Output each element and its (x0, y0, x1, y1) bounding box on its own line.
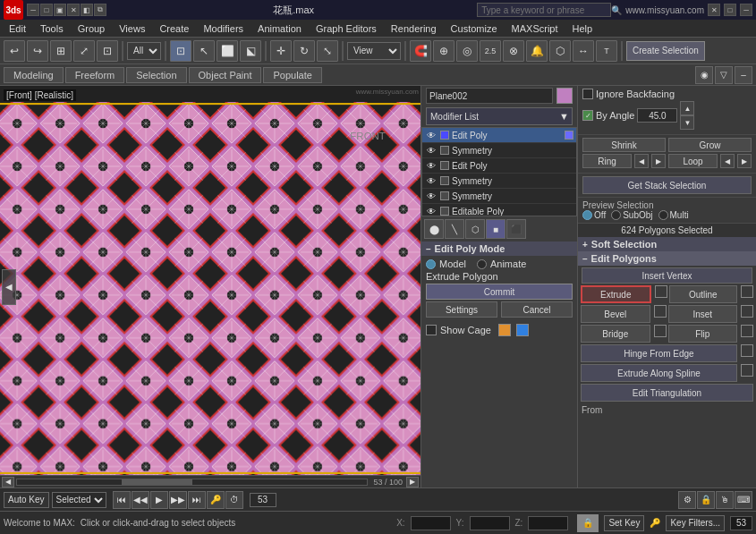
by-angle-input[interactable] (637, 108, 677, 123)
cancel-button[interactable]: Cancel (501, 301, 573, 318)
toolbar-undo[interactable]: ↩ (4, 40, 25, 62)
toolbar-move[interactable]: ✛ (270, 40, 292, 62)
toolbar2-icon1[interactable]: ◉ (695, 66, 713, 84)
search-icon[interactable]: 🔍 (611, 5, 622, 15)
win-maximize[interactable]: ▣ (54, 4, 66, 16)
inset-button[interactable]: Inset (668, 305, 738, 323)
bevel-button[interactable]: Bevel (581, 305, 650, 323)
go-end-btn[interactable]: ⏭ (188, 491, 206, 509)
tab-populate[interactable]: Populate (263, 67, 321, 83)
tab-object-paint[interactable]: Object Paint (189, 67, 262, 83)
edit-polygons-header[interactable]: – Edit Polygons (578, 251, 756, 266)
title-close[interactable]: ✕ (708, 4, 720, 16)
menu-animation[interactable]: Animation (251, 21, 309, 36)
extra-btn2[interactable]: 🔒 (697, 491, 715, 509)
toolbar-select-all[interactable]: ⊞ (50, 40, 72, 62)
viewport[interactable]: [Front] [Realistic] www.missyuan.com (0, 86, 420, 487)
win-close[interactable]: ✕ (67, 4, 80, 16)
menu-edit[interactable]: Edit (2, 21, 33, 36)
toolbar-redo[interactable]: ↪ (27, 40, 48, 62)
extrude-along-spline-button[interactable]: Extrude Along Spline (581, 364, 737, 382)
search-input[interactable] (477, 3, 611, 17)
soft-selection-header[interactable]: + Soft Selection (578, 237, 756, 251)
toolbar-array[interactable]: ⊡ (97, 40, 118, 62)
toolbar-mirror[interactable]: ⤢ (73, 40, 95, 62)
inset-settings-btn[interactable] (741, 305, 753, 318)
extrude-spline-settings-btn[interactable] (741, 364, 753, 377)
title-minimize[interactable]: ─ (740, 4, 752, 16)
toolbar-rect-select[interactable]: ⬜ (217, 40, 238, 62)
toolbar-sound[interactable]: 🔔 (526, 40, 548, 62)
cage-color1[interactable] (498, 324, 511, 336)
title-restore[interactable]: □ (724, 4, 736, 16)
toolbar-zoom-ext[interactable]: ↔ (573, 40, 594, 62)
toolbar-snap-cycle[interactable]: ⊕ (433, 40, 454, 62)
go-start-btn[interactable]: ⏮ (113, 491, 131, 509)
ring-next[interactable]: ▶ (651, 154, 666, 168)
selection-filter-select[interactable]: Selected (52, 492, 106, 508)
hinge-settings-btn[interactable] (741, 344, 753, 357)
set-key-button[interactable]: Set Key (604, 515, 644, 531)
toolbar-lasso[interactable]: ⬕ (240, 40, 261, 62)
y-input[interactable] (470, 516, 510, 530)
ignore-backfacing-cb[interactable] (582, 89, 593, 99)
menu-views[interactable]: Views (112, 21, 152, 36)
subobj-element[interactable]: ⬛ (506, 219, 526, 239)
scroll-left[interactable]: ◀ (2, 477, 14, 487)
extra-btn4[interactable]: ⌨ (735, 491, 752, 509)
viewport-nav-left[interactable]: ◀ (2, 269, 16, 305)
get-stack-selection-button[interactable]: Get Stack Selection (582, 176, 752, 194)
scroll-right[interactable]: ▶ (406, 477, 419, 487)
flip-settings-btn[interactable] (741, 325, 753, 337)
tab-modeling[interactable]: Modeling (4, 67, 64, 83)
key-filters-button[interactable]: Key Filters... (666, 515, 725, 531)
outline-button[interactable]: Outline (669, 285, 738, 303)
scroll-track[interactable] (16, 479, 368, 486)
tab-freeform[interactable]: Freeform (65, 67, 125, 83)
menu-modifiers[interactable]: Modifiers (196, 21, 251, 36)
toolbar-snap3d[interactable]: ◎ (456, 40, 478, 62)
menu-graph-editors[interactable]: Graph Editors (309, 21, 384, 36)
by-angle-cb[interactable]: ✓ (582, 110, 593, 121)
mod-item-4[interactable]: 👁 Symmetry (422, 189, 576, 204)
ep-radio-model[interactable] (426, 259, 436, 269)
toolbar-pct[interactable]: 2.5 (480, 40, 501, 62)
object-color-swatch[interactable] (556, 88, 573, 104)
key-mode-btn[interactable]: 🔑 (207, 491, 225, 509)
subobj-poly[interactable]: ■ (486, 219, 505, 239)
time-config-btn[interactable]: ⏱ (225, 491, 243, 509)
mod-item-3[interactable]: 👁 Symmetry (422, 174, 576, 189)
frame-input[interactable] (250, 493, 276, 507)
settings-button[interactable]: Settings (426, 301, 497, 318)
modifier-stack[interactable]: 👁 Edit Poly 👁 Symmetry 👁 Edit Poly 👁 Sym… (421, 127, 577, 216)
preview-multi-radio[interactable] (658, 210, 668, 220)
ring-prev[interactable]: ◀ (634, 154, 649, 168)
menu-customize[interactable]: Customize (444, 21, 505, 36)
cage-color2[interactable] (516, 324, 529, 336)
win-restore[interactable]: □ (40, 4, 53, 16)
by-angle-down[interactable]: ▼ (680, 115, 694, 130)
loop-prev[interactable]: ◀ (720, 154, 735, 168)
hinge-from-edge-button[interactable]: Hinge From Edge (581, 344, 737, 362)
frame-number-display[interactable] (730, 516, 752, 530)
mod-item-1[interactable]: 👁 Symmetry (422, 143, 576, 158)
toolbar-select-obj[interactable]: ⊡ (170, 40, 191, 62)
toolbar2-icon2[interactable]: ▽ (715, 66, 733, 84)
show-cage-checkbox[interactable] (426, 325, 437, 335)
subobj-edge[interactable]: ╲ (445, 219, 464, 239)
play-btn[interactable]: ▶ (150, 491, 168, 509)
viewport-select[interactable]: View (347, 42, 401, 60)
viewport-scrollbar[interactable]: ◀ 53 / 100 ▶ (0, 475, 420, 487)
autokey-button[interactable]: Auto Key (4, 492, 49, 508)
extra-btn3[interactable]: 🖱 (716, 491, 734, 509)
toolbar2-minimize[interactable]: – (735, 66, 752, 84)
z-input[interactable] (528, 516, 568, 530)
toolbar-isolate[interactable]: ⬡ (549, 40, 571, 62)
menu-help[interactable]: Help (565, 21, 600, 36)
win-extra1[interactable]: ◧ (81, 4, 93, 16)
menu-rendering[interactable]: Rendering (384, 21, 444, 36)
preview-off-radio[interactable] (582, 210, 592, 220)
mod-item-0[interactable]: 👁 Edit Poly (422, 128, 576, 143)
outline-settings-btn[interactable] (741, 285, 753, 298)
toolbar-magnet[interactable]: 🧲 (410, 40, 431, 62)
